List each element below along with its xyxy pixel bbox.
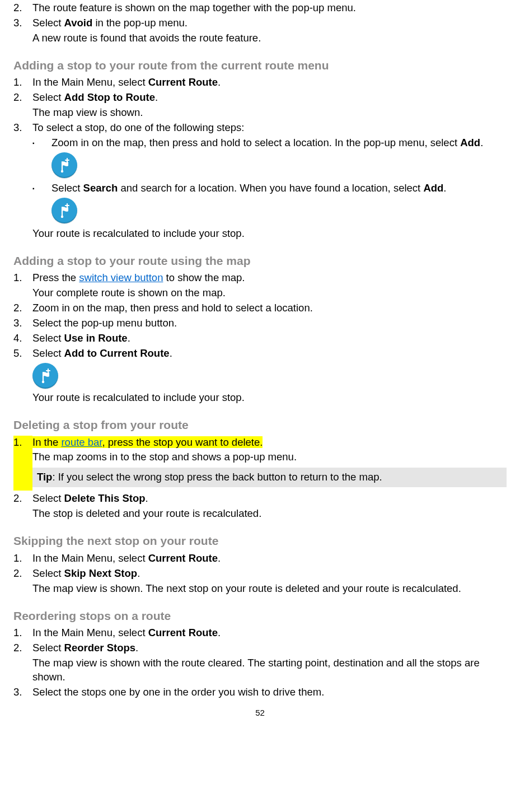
list-item: 4. Select Use in Route. [13, 332, 507, 346]
svg-point-1 [61, 216, 63, 218]
list-item: 5. Select Add to Current Route. Your rou… [13, 347, 507, 405]
list-item: 2. Select Reorder Stops. The map view is… [13, 641, 507, 684]
section-heading: Deleting a stop from your route [13, 417, 507, 433]
list-item: 2. Select Add Stop to Route. The map vie… [13, 91, 507, 120]
step-body: Select Avoid in the pop-up menu. A new r… [32, 16, 507, 45]
list-item: 1. Press the switch view button to show … [13, 271, 507, 300]
add-stop-flag-icon [51, 152, 77, 178]
steps-list: 1. Press the switch view button to show … [13, 271, 507, 405]
steps-list: 1. In the Main Menu, select Current Rout… [13, 552, 507, 596]
step-number: 3. [13, 16, 32, 45]
list-item: 2. The route feature is shown on the map… [13, 1, 507, 15]
continuing-steps: 2. The route feature is shown on the map… [13, 1, 507, 45]
list-item: 2. Zoom in on the map, then press and ho… [13, 301, 507, 315]
route-bar-link[interactable]: route bar [61, 436, 102, 448]
list-item: 3. Select Avoid in the pop-up menu. A ne… [13, 16, 507, 45]
bullet-marker: ▪ [32, 181, 51, 226]
section-heading: Adding a stop to your route using the ma… [13, 253, 507, 269]
list-item: 3. To select a stop, do one of the follo… [13, 121, 507, 241]
list-item: 1. In the Main Menu, select Current Rout… [13, 626, 507, 640]
steps-list: 1. In the Main Menu, select Current Rout… [13, 626, 507, 699]
list-item: 2. Select Delete This Stop. The stop is … [13, 492, 507, 521]
section-reorder-stops: Reordering stops on a route 1. In the Ma… [13, 608, 507, 699]
section-delete-stop: Deleting a stop from your route 1. In th… [13, 417, 507, 521]
highlighted-text: In the route bar, press the stop you wan… [32, 436, 263, 448]
tip-label: Tip [37, 471, 52, 483]
list-item: 1. In the route bar, press the stop you … [13, 436, 507, 491]
svg-point-0 [61, 170, 63, 172]
step-number: 2. [13, 1, 32, 15]
list-item: 1. In the Main Menu, select Current Rout… [13, 76, 507, 90]
list-item: 3. Select the stops one by one in the or… [13, 685, 507, 699]
tip-box: Tip: If you select the wrong stop press … [32, 468, 507, 487]
steps-list: 1. In the route bar, press the stop you … [13, 436, 507, 521]
svg-point-2 [42, 381, 44, 383]
list-item: 1. In the Main Menu, select Current Rout… [13, 552, 507, 566]
section-heading: Skipping the next stop on your route [13, 533, 507, 549]
list-item: 2. Select Skip Next Stop. The map view i… [13, 567, 507, 596]
switch-view-link[interactable]: switch view button [79, 272, 163, 283]
section-add-stop-map: Adding a stop to your route using the ma… [13, 253, 507, 405]
section-heading: Reordering stops on a route [13, 608, 507, 624]
add-stop-flag-icon [51, 198, 77, 223]
sub-bullets: ▪ Zoom in on the map, then press and hol… [32, 136, 507, 226]
section-heading: Adding a stop to your route from the cur… [13, 58, 507, 73]
section-skip-stop: Skipping the next stop on your route 1. … [13, 533, 507, 595]
list-item: ▪ Select Search and search for a locatio… [32, 181, 507, 226]
add-stop-flag-icon [32, 363, 58, 389]
list-item: ▪ Zoom in on the map, then press and hol… [32, 136, 507, 180]
list-item: 3. Select the pop-up menu button. [13, 316, 507, 330]
section-add-stop-menu: Adding a stop to your route from the cur… [13, 58, 507, 241]
step-body: The route feature is shown on the map to… [32, 1, 507, 15]
bullet-marker: ▪ [32, 136, 51, 180]
steps-list: 1. In the Main Menu, select Current Rout… [13, 76, 507, 241]
page-number: 52 [13, 707, 507, 718]
